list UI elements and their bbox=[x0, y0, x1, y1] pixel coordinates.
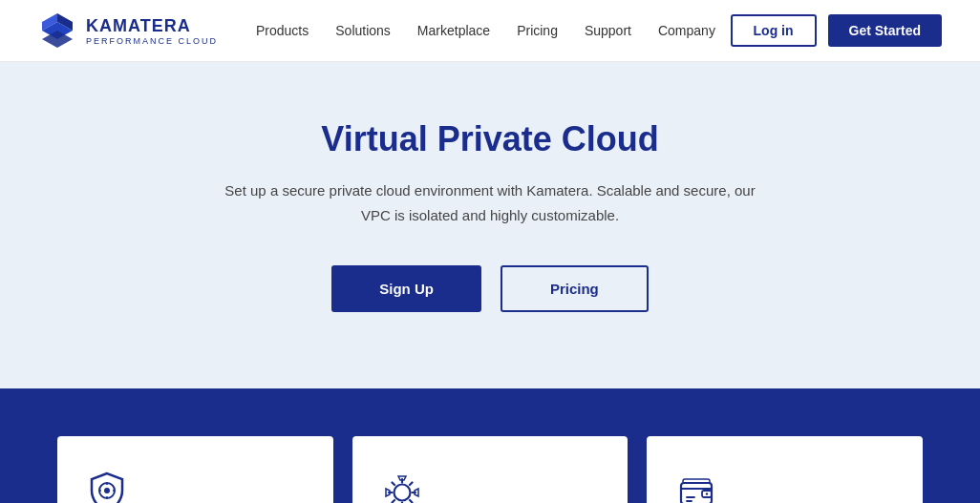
logo-sub: PERFORMANCE CLOUD bbox=[86, 36, 218, 46]
nav-solutions[interactable]: Solutions bbox=[335, 23, 391, 38]
logo: KAMATERA PERFORMANCE CLOUD bbox=[38, 11, 218, 50]
feature-card-flexible-pricing: Flexible Pricing Our pricing models ensu… bbox=[647, 436, 923, 503]
feature-card-unlimited-scaling: Unlimited Scaling Enjoy infinite scalabi… bbox=[352, 436, 628, 503]
logo-text: KAMATERA PERFORMANCE CLOUD bbox=[86, 16, 218, 46]
shield-icon bbox=[84, 470, 307, 503]
svg-point-5 bbox=[104, 488, 110, 493]
svg-point-8 bbox=[706, 493, 708, 494]
header: KAMATERA PERFORMANCE CLOUD Products Solu… bbox=[0, 0, 980, 62]
logo-icon bbox=[38, 11, 76, 50]
features-section: Reliably Secure Protect your sensitive d… bbox=[0, 388, 980, 503]
header-actions: Log in Get Started bbox=[731, 14, 942, 47]
hero-section: Virtual Private Cloud Set up a secure pr… bbox=[0, 62, 980, 388]
pricing-button[interactable]: Pricing bbox=[501, 265, 649, 312]
gear-icon bbox=[379, 470, 602, 503]
nav-support[interactable]: Support bbox=[585, 23, 631, 38]
feature-card-reliably-secure: Reliably Secure Protect your sensitive d… bbox=[57, 436, 333, 503]
nav-products[interactable]: Products bbox=[256, 23, 309, 38]
main-nav: Products Solutions Marketplace Pricing S… bbox=[256, 23, 731, 38]
login-button[interactable]: Log in bbox=[731, 14, 817, 47]
hero-buttons: Sign Up Pricing bbox=[38, 265, 942, 312]
nav-company[interactable]: Company bbox=[658, 23, 715, 38]
features-grid: Reliably Secure Protect your sensitive d… bbox=[57, 436, 923, 503]
hero-description: Set up a secure private cloud environmen… bbox=[223, 178, 757, 227]
nav-marketplace[interactable]: Marketplace bbox=[417, 23, 490, 38]
get-started-button[interactable]: Get Started bbox=[828, 14, 942, 47]
signup-button[interactable]: Sign Up bbox=[331, 265, 481, 312]
hero-title: Virtual Private Cloud bbox=[38, 119, 942, 159]
nav-pricing[interactable]: Pricing bbox=[517, 23, 558, 38]
logo-name: KAMATERA bbox=[86, 16, 218, 36]
wallet-icon bbox=[673, 470, 896, 503]
